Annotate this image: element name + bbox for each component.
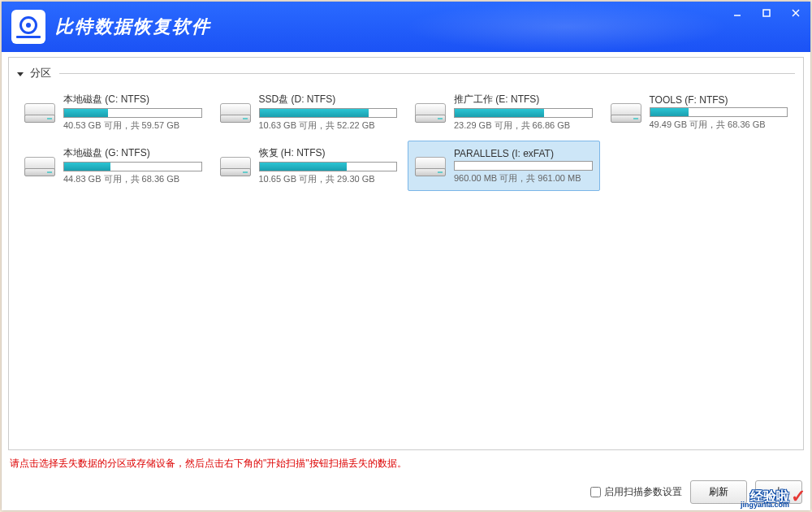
drive-status: 40.53 GB 可用，共 59.57 GB [63,119,202,132]
drive-status: 49.49 GB 可用，共 68.36 GB [650,119,788,131]
drive-item[interactable]: 本地磁盘 (G: NTFS)44.83 GB 可用，共 68.36 GB [17,141,209,191]
drive-label: PARALLELS (I: exFAT) [454,148,593,159]
drive-item[interactable]: PARALLELS (I: exFAT)960.00 MB 可用，共 961.0… [408,141,600,191]
drive-label: TOOLS (F: NTFS) [650,94,788,106]
drive-usage-bar [454,108,593,118]
drive-usage-bar [259,108,398,118]
drive-usage-bar [63,162,202,171]
drive-info: SSD盘 (D: NTFS)10.63 GB 可用，共 52.22 GB [259,93,398,132]
app-logo-icon [11,10,45,44]
collapse-triangle-icon [17,72,24,76]
drive-label: SSD盘 (D: NTFS) [259,93,398,106]
drive-label: 恢复 (H: NTFS) [259,146,398,160]
footer-controls: 启用扫描参数设置 刷新 上 [2,477,810,510]
minimize-button[interactable] [723,2,752,24]
drive-info: 本地磁盘 (G: NTFS)44.83 GB 可用，共 68.36 GB [63,146,202,185]
drive-item[interactable]: SSD盘 (D: NTFS)10.63 GB 可用，共 52.22 GB [213,87,405,137]
drive-info: 恢复 (H: NTFS)10.65 GB 可用，共 29.30 GB [259,146,398,185]
drive-info: PARALLELS (I: exFAT)960.00 MB 可用，共 961.0… [454,148,593,184]
drive-usage-bar [454,161,593,171]
drive-icon [415,154,447,178]
drive-status: 44.83 GB 可用，共 68.36 GB [63,173,202,185]
drive-usage-bar [650,107,788,117]
app-window: 比特数据恢复软件 分区 本地磁盘 (C: NTFS)40.53 GB 可用，共 … [2,2,810,510]
drive-icon [220,154,253,178]
drive-label: 本地磁盘 (C: NTFS) [63,93,202,106]
titlebar: 比特数据恢复软件 [2,2,810,52]
refresh-button[interactable]: 刷新 [690,480,747,504]
section-divider [59,73,795,74]
drive-icon [24,154,57,178]
drive-item[interactable]: 恢复 (H: NTFS)10.65 GB 可用，共 29.30 GB [213,141,405,191]
svg-rect-1 [763,10,770,16]
drive-label: 本地磁盘 (G: NTFS) [63,146,202,160]
drive-usage-bar [63,108,202,118]
footer: 请点击选择丢失数据的分区或存储设备，然后点击右下角的"开始扫描"按钮扫描丢失的数… [2,453,810,477]
drive-icon [24,100,57,124]
drive-icon [611,100,643,124]
checkbox-label: 启用扫描参数设置 [604,485,682,499]
drive-status: 10.63 GB 可用，共 52.22 GB [259,119,398,132]
scan-button[interactable]: 上 [755,480,802,504]
hint-text: 请点击选择丢失数据的分区或存储设备，然后点击右下角的"开始扫描"按钮扫描丢失的数… [10,457,407,471]
checkbox-input[interactable] [590,487,601,497]
content-area: 分区 本地磁盘 (C: NTFS)40.53 GB 可用，共 59.57 GBS… [8,57,804,450]
drive-icon [220,100,253,124]
close-button[interactable] [781,2,810,24]
section-label: 分区 [30,66,51,80]
drive-item[interactable]: 本地磁盘 (C: NTFS)40.53 GB 可用，共 59.57 GB [17,87,209,137]
drive-item[interactable]: TOOLS (F: NTFS)49.49 GB 可用，共 68.36 GB [603,87,796,137]
drive-label: 推广工作 (E: NTFS) [454,93,593,106]
drive-info: 推广工作 (E: NTFS)23.29 GB 可用，共 66.86 GB [454,93,593,132]
window-controls [723,2,810,24]
drive-info: 本地磁盘 (C: NTFS)40.53 GB 可用，共 59.57 GB [63,93,202,132]
drive-status: 23.29 GB 可用，共 66.86 GB [454,119,593,132]
drive-info: TOOLS (F: NTFS)49.49 GB 可用，共 68.36 GB [650,94,788,131]
maximize-button[interactable] [752,2,781,24]
drive-status: 960.00 MB 可用，共 961.00 MB [454,172,593,184]
drive-status: 10.65 GB 可用，共 29.30 GB [259,173,398,185]
enable-scan-params-checkbox[interactable]: 启用扫描参数设置 [590,485,682,499]
app-title: 比特数据恢复软件 [55,15,211,39]
drive-icon [415,100,447,124]
drive-usage-bar [259,162,398,171]
drives-grid: 本地磁盘 (C: NTFS)40.53 GB 可用，共 59.57 GBSSD盘… [17,87,795,191]
drive-item[interactable]: 推广工作 (E: NTFS)23.29 GB 可用，共 66.86 GB [408,87,600,137]
section-header[interactable]: 分区 [17,66,795,80]
